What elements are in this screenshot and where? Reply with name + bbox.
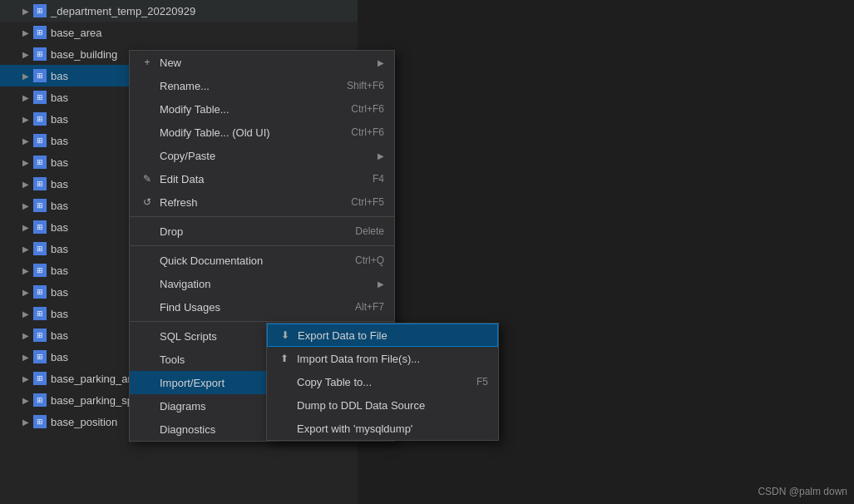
context-menu-item-modify-table-----old-ui-[interactable]: Modify Table... (Old UI)Ctrl+F6 — [130, 121, 394, 144]
context-menu-item-find-usages[interactable]: Find UsagesAlt+F7 — [130, 295, 394, 319]
chevron-right-icon: ▶ — [20, 178, 32, 190]
submenu-item-0[interactable]: ⬇Export Data to File — [267, 324, 498, 347]
submenu-item-3[interactable]: Dump to DDL Data Source — [267, 393, 498, 417]
context-menu-item-new[interactable]: +New▶ — [130, 51, 394, 74]
chevron-right-icon: ▶ — [20, 308, 32, 319]
tree-item-label: bas — [51, 70, 68, 82]
menu-separator — [130, 245, 394, 246]
chevron-right-icon: ▶ — [20, 113, 32, 125]
submenu-item-label: Export Data to File — [298, 329, 487, 342]
menu-item-shortcut: Ctrl+F6 — [351, 103, 384, 115]
chevron-right-icon: ▶ — [20, 135, 32, 146]
menu-item-icon — [140, 253, 155, 268]
table-icon: ⊞ — [33, 350, 47, 363]
tree-item-label: bas — [51, 200, 68, 212]
table-icon: ⊞ — [33, 242, 47, 255]
tree-item-label: bas — [51, 113, 68, 126]
submenu-item-4[interactable]: Export with 'mysqldump' — [267, 417, 498, 440]
chevron-right-icon: ▶ — [20, 329, 32, 341]
context-menu-item-quick-documentation[interactable]: Quick DocumentationCtrl+Q — [130, 249, 394, 272]
submenu-item-label: Import Data from File(s)... — [297, 353, 488, 365]
tree-item-label: bas — [51, 308, 68, 320]
table-icon: ⊞ — [33, 4, 47, 17]
menu-item-icon: ✎ — [140, 171, 155, 186]
chevron-right-icon: ▶ — [20, 156, 32, 168]
submenu-item-icon: ⬇ — [278, 328, 293, 343]
context-menu-item-copy-paste[interactable]: Copy/Paste▶ — [130, 144, 394, 167]
submenu-item-shortcut: F5 — [476, 376, 488, 388]
menu-item-icon: + — [140, 55, 155, 70]
menu-item-icon — [140, 398, 155, 413]
submenu-item-icon — [277, 398, 292, 413]
menu-item-label: Refresh — [160, 196, 351, 209]
menu-separator — [130, 321, 394, 322]
chevron-right-icon: ▶ — [20, 27, 32, 38]
menu-item-label: Copy/Paste — [160, 150, 371, 162]
menu-item-label: Modify Table... (Old UI) — [160, 126, 351, 139]
menu-item-shortcut: Ctrl+F6 — [351, 126, 384, 138]
submenu-item-icon — [277, 374, 292, 389]
menu-item-shortcut: Ctrl+F5 — [351, 196, 384, 208]
submenu-item-1[interactable]: ⬆Import Data from File(s)... — [267, 347, 498, 370]
submenu-item-label: Dump to DDL Data Source — [297, 399, 488, 412]
table-icon: ⊞ — [33, 264, 47, 277]
chevron-right-icon: ▶ — [20, 373, 32, 384]
menu-item-label: Drop — [160, 225, 355, 238]
context-menu-item-refresh[interactable]: ↺RefreshCtrl+F5 — [130, 190, 394, 214]
menu-item-shortcut: F4 — [373, 173, 384, 185]
watermark-text: CSDN @palm down — [758, 486, 847, 497]
menu-item-icon — [140, 329, 155, 343]
tree-item-label: bas — [51, 329, 68, 342]
table-icon: ⊞ — [33, 69, 47, 82]
chevron-right-icon: ▶ — [20, 221, 32, 233]
submenu-item-2[interactable]: Copy Table to...F5 — [267, 370, 498, 393]
tree-item-label: bas — [51, 243, 68, 255]
table-icon: ⊞ — [33, 220, 47, 234]
menu-item-label: Find Usages — [160, 301, 355, 314]
chevron-right-icon: ▶ — [20, 264, 32, 276]
tree-item[interactable]: ▶⊞base_area — [0, 22, 358, 43]
menu-item-label: Edit Data — [160, 173, 373, 185]
menu-item-icon — [140, 276, 155, 291]
watermark: CSDN @palm down — [758, 486, 847, 497]
menu-item-label: New — [160, 57, 371, 69]
table-icon: ⊞ — [33, 177, 47, 190]
table-icon: ⊞ — [33, 199, 47, 212]
tree-item-label: bas — [51, 286, 68, 299]
context-menu-item-rename---[interactable]: Rename...Shift+F6 — [130, 74, 394, 97]
table-icon: ⊞ — [33, 393, 47, 407]
tree-item[interactable]: ▶⊞_department_temp_20220929 — [0, 0, 358, 22]
menu-item-icon — [140, 148, 155, 163]
menu-item-label: Quick Documentation — [160, 254, 355, 267]
submenu-arrow-icon: ▶ — [378, 279, 384, 289]
menu-item-icon: ↺ — [140, 195, 155, 210]
submenu-item-icon: ⬆ — [277, 351, 292, 366]
submenu-arrow-icon: ▶ — [378, 151, 384, 161]
table-icon: ⊞ — [33, 91, 47, 104]
chevron-right-icon: ▶ — [20, 200, 32, 211]
menu-separator — [130, 216, 394, 217]
context-menu-item-navigation[interactable]: Navigation▶ — [130, 272, 394, 295]
context-menu-item-drop[interactable]: DropDelete — [130, 220, 394, 243]
table-icon: ⊞ — [33, 156, 47, 169]
table-icon: ⊞ — [33, 285, 47, 299]
table-icon: ⊞ — [33, 372, 47, 385]
table-icon: ⊞ — [33, 307, 47, 320]
table-icon: ⊞ — [33, 26, 47, 39]
menu-item-icon — [140, 125, 155, 140]
table-icon: ⊞ — [33, 329, 47, 342]
context-menu-item-edit-data[interactable]: ✎Edit DataF4 — [130, 167, 394, 190]
menu-item-icon — [140, 299, 155, 314]
tree-item-label: base_building — [51, 48, 117, 61]
submenu-import-export: ⬇Export Data to File⬆Import Data from Fi… — [266, 323, 499, 441]
chevron-right-icon: ▶ — [20, 351, 32, 363]
context-menu-item-modify-table---[interactable]: Modify Table...Ctrl+F6 — [130, 97, 394, 121]
table-icon: ⊞ — [33, 134, 47, 147]
submenu-item-label: Export with 'mysqldump' — [297, 422, 488, 435]
menu-item-icon — [140, 224, 155, 239]
submenu-item-label: Copy Table to... — [297, 376, 476, 388]
submenu-item-icon — [277, 421, 292, 436]
menu-item-label: Navigation — [160, 278, 371, 290]
chevron-right-icon: ▶ — [20, 243, 32, 254]
tree-item-label: bas — [51, 91, 68, 104]
